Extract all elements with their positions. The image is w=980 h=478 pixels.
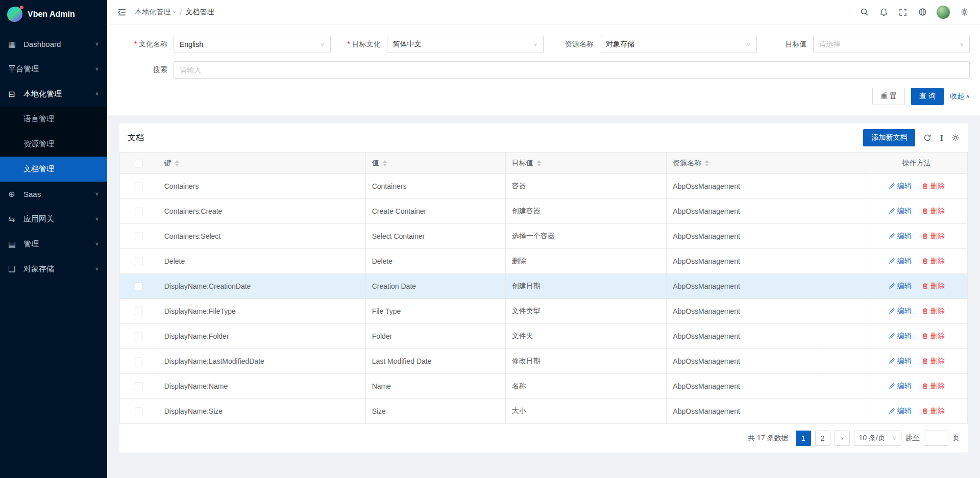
- edit-action[interactable]: 编辑: [889, 357, 912, 366]
- column-header-resource-name[interactable]: 资源名称: [667, 153, 819, 174]
- delete-action[interactable]: 删除: [922, 282, 945, 291]
- edit-action[interactable]: 编辑: [889, 382, 912, 391]
- delete-action[interactable]: 删除: [922, 357, 945, 366]
- sidebar-subitem-resource-management[interactable]: 资源管理: [0, 132, 107, 157]
- settings-gear-icon[interactable]: [955, 0, 973, 24]
- sidebar-item-localization[interactable]: ⊟ 本地化管理 ∧: [0, 82, 107, 107]
- notification-bell-icon[interactable]: [875, 0, 892, 24]
- table-row: Containers:Create Create Container 创建容器 …: [120, 199, 968, 224]
- select-all-checkbox[interactable]: [135, 160, 142, 167]
- row-checkbox[interactable]: [135, 408, 142, 415]
- culture-name-select[interactable]: English ∨: [174, 36, 331, 53]
- cell-key: DisplayName:CreationDate: [158, 274, 365, 299]
- search-icon[interactable]: [855, 0, 873, 24]
- sidebar-menu: ▦ Dashboard ∨ 平台管理 ∨ ⊟ 本地化管理 ∧ 语言管理 资源管理: [0, 29, 107, 282]
- edit-action[interactable]: 编辑: [889, 282, 912, 291]
- row-checkbox[interactable]: [135, 258, 142, 265]
- sidebar-item-platform-management[interactable]: 平台管理 ∨: [0, 57, 107, 82]
- row-checkbox[interactable]: [135, 358, 142, 365]
- row-checkbox[interactable]: [135, 233, 142, 240]
- column-header-key[interactable]: 键: [158, 153, 365, 174]
- sort-icon[interactable]: [705, 160, 709, 166]
- query-button[interactable]: 查 询: [911, 88, 944, 105]
- row-checkbox[interactable]: [135, 383, 142, 390]
- resource-name-select[interactable]: 对象存储 ∨: [600, 36, 757, 53]
- cell-key: Containers:Select: [158, 224, 365, 249]
- sidebar-subitem-document-management[interactable]: 文档管理: [0, 157, 107, 182]
- pagination-total: 共 17 条数据: [748, 434, 788, 443]
- trash-icon: [922, 333, 928, 339]
- delete-action[interactable]: 删除: [922, 407, 945, 416]
- edit-action[interactable]: 编辑: [889, 182, 912, 191]
- row-checkbox[interactable]: [135, 208, 142, 215]
- app-logo[interactable]: Vben Admin: [0, 0, 107, 29]
- sort-icon[interactable]: [537, 160, 541, 166]
- cell-checkbox: [120, 299, 158, 324]
- jump-unit-label: 页: [952, 434, 960, 443]
- search-input[interactable]: [174, 61, 970, 79]
- cell-target-value: 文件夹: [505, 324, 667, 349]
- cell-actions: 编辑 删除: [866, 199, 967, 224]
- sidebar-item-app-gateway[interactable]: ⇆ 应用网关 ∨: [0, 207, 107, 232]
- page-size-select[interactable]: 10 条/页 ∨: [854, 431, 901, 446]
- localization-submenu: 语言管理 资源管理 文档管理: [0, 107, 107, 182]
- delete-action[interactable]: 删除: [922, 257, 945, 266]
- edit-action[interactable]: 编辑: [889, 207, 912, 216]
- jump-to-page-input[interactable]: [924, 431, 948, 446]
- chevron-down-icon: ∨: [533, 42, 537, 47]
- column-header-value[interactable]: 值: [365, 153, 505, 174]
- cell-resource: AbpOssManagement: [667, 199, 819, 224]
- delete-action[interactable]: 删除: [922, 182, 945, 191]
- edit-action[interactable]: 编辑: [889, 307, 912, 316]
- breadcrumb-current[interactable]: 文档管理: [185, 8, 214, 17]
- page-button-1[interactable]: 1: [796, 431, 811, 446]
- refresh-icon[interactable]: [923, 134, 932, 142]
- table-row: DisplayName:Size Size 大小 AbpOssManagemen…: [120, 399, 968, 424]
- row-checkbox[interactable]: [135, 183, 142, 190]
- delete-action[interactable]: 删除: [922, 382, 945, 391]
- edit-action[interactable]: 编辑: [889, 257, 912, 266]
- next-page-button[interactable]: ›: [835, 431, 850, 446]
- row-height-icon[interactable]: I: [940, 134, 943, 142]
- delete-action[interactable]: 删除: [922, 332, 945, 341]
- sidebar-item-saas[interactable]: ⊕ Saas ∨: [0, 182, 107, 207]
- sidebar-item-dashboard[interactable]: ▦ Dashboard ∨: [0, 32, 107, 57]
- cell-actions: 编辑 删除: [866, 299, 967, 324]
- delete-action[interactable]: 删除: [922, 232, 945, 241]
- add-document-button[interactable]: 添加新文档: [863, 129, 915, 146]
- toolbar-actions: 添加新文档 I: [863, 129, 960, 146]
- fullscreen-icon[interactable]: [894, 0, 912, 24]
- reset-button[interactable]: 重 置: [872, 88, 905, 105]
- edit-action[interactable]: 编辑: [889, 232, 912, 241]
- collapse-link[interactable]: 收起 ∧: [950, 92, 970, 101]
- user-avatar[interactable]: [936, 5, 950, 19]
- delete-action[interactable]: 删除: [922, 207, 945, 216]
- target-value-select[interactable]: 请选择 ∨: [813, 36, 970, 53]
- column-settings-gear-icon[interactable]: [951, 134, 960, 142]
- row-checkbox[interactable]: [135, 283, 142, 290]
- menu-fold-icon[interactable]: [114, 0, 130, 24]
- filter-field-target-culture: 目标文化 简体中文 ∨: [331, 36, 544, 53]
- sidebar-subitem-language-management[interactable]: 语言管理: [0, 107, 107, 132]
- row-checkbox[interactable]: [135, 308, 142, 315]
- target-value-label: 目标值: [757, 40, 813, 49]
- delete-action[interactable]: 删除: [922, 307, 945, 316]
- sidebar-item-management[interactable]: ▤ 管理 ∨: [0, 232, 107, 257]
- page-button-2[interactable]: 2: [815, 431, 830, 446]
- chevron-down-icon: ∨: [95, 241, 99, 247]
- edit-action[interactable]: 编辑: [889, 332, 912, 341]
- edit-action[interactable]: 编辑: [889, 407, 912, 416]
- column-header-target-value[interactable]: 目标值: [505, 153, 667, 174]
- translate-icon[interactable]: [914, 0, 931, 24]
- document-table-card: 文档 添加新文档 I: [119, 123, 968, 452]
- target-culture-select[interactable]: 简体中文 ∨: [387, 36, 544, 53]
- dashboard-icon: ▦: [8, 39, 19, 49]
- breadcrumb-parent[interactable]: 本地化管理 ∨: [135, 8, 176, 17]
- cell-checkbox: [120, 274, 158, 299]
- sort-icon[interactable]: [383, 160, 387, 166]
- chevron-down-icon: ∨: [95, 266, 99, 272]
- row-checkbox[interactable]: [135, 333, 142, 340]
- sort-icon[interactable]: [175, 160, 179, 166]
- cell-key: DisplayName:FileType: [158, 299, 365, 324]
- sidebar-item-object-storage[interactable]: ❏ 对象存储 ∨: [0, 257, 107, 282]
